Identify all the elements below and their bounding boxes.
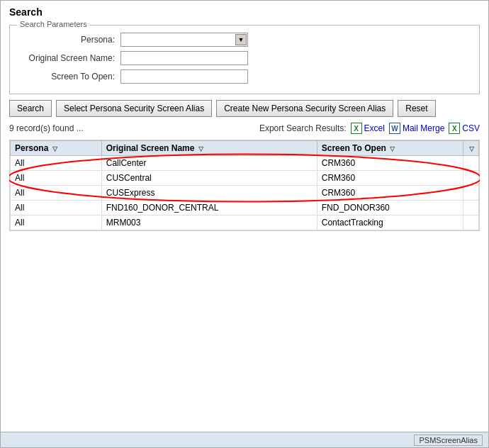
- status-label: PSMScreenAlias: [414, 435, 483, 446]
- table-row[interactable]: All CallCenter CRM360: [11, 156, 479, 171]
- record-count: 9 record(s) found ...: [9, 123, 84, 133]
- cell-screen-to-open: CRM360: [317, 156, 463, 171]
- original-screen-label: Original Screen Name:: [21, 53, 120, 63]
- cell-original-screen: CallCenter: [101, 156, 317, 171]
- export-mail-merge-link[interactable]: W Mail Merge: [389, 123, 444, 134]
- cell-extra: [463, 215, 479, 230]
- cell-extra: [463, 201, 479, 215]
- cell-original-screen: CUSExpress: [101, 186, 317, 201]
- toolbar: Search Select Persona Security Screen Al…: [9, 100, 480, 117]
- title-text: Search: [9, 6, 43, 18]
- cell-persona: All: [11, 201, 102, 215]
- status-bar: PSMScreenAlias: [1, 432, 488, 447]
- page-title: Search: [1, 1, 488, 21]
- create-alias-button[interactable]: Create New Persona Security Screen Alias: [216, 100, 393, 117]
- screen-to-open-input[interactable]: [120, 69, 248, 84]
- sort-icon-original-screen: ▽: [198, 145, 203, 152]
- col-extra: ▽: [463, 141, 479, 156]
- col-screen-to-open[interactable]: Screen To Open ▽: [317, 141, 463, 156]
- col-persona[interactable]: Persona ▽: [11, 141, 102, 156]
- csv-icon: X: [449, 123, 460, 134]
- cell-extra: [463, 156, 479, 171]
- cell-persona: All: [11, 186, 102, 201]
- results-table: Persona ▽ Original Screen Name ▽ Screen …: [10, 140, 479, 230]
- screen-to-open-label: Screen To Open:: [21, 72, 120, 82]
- cell-screen-to-open: ContactTracking: [317, 215, 463, 230]
- screen-to-open-row: Screen To Open:: [21, 69, 468, 84]
- persona-select-wrapper[interactable]: ▼: [120, 33, 248, 47]
- persona-row: Persona: ▼: [21, 33, 468, 47]
- search-params-group: Search Parameters Persona: ▼ Original Sc…: [9, 25, 480, 94]
- csv-label: CSV: [462, 123, 480, 133]
- main-window: Search Search Parameters Persona: ▼ Orig…: [0, 0, 489, 448]
- search-button[interactable]: Search: [9, 100, 52, 117]
- persona-select[interactable]: [120, 33, 248, 47]
- table-header-row: Persona ▽ Original Screen Name ▽ Screen …: [11, 141, 479, 156]
- search-params-legend: Search Parameters: [17, 21, 90, 28]
- select-alias-button[interactable]: Select Persona Security Screen Alias: [56, 100, 212, 117]
- cell-original-screen: MRM003: [101, 215, 317, 230]
- persona-label: Persona:: [21, 35, 120, 45]
- mail-merge-label: Mail Merge: [403, 123, 444, 133]
- excel-icon: X: [351, 123, 362, 134]
- cell-persona: All: [11, 156, 102, 171]
- table-row[interactable]: All MRM003 ContactTracking: [11, 215, 479, 230]
- sort-icon-screen-to-open: ▽: [390, 145, 395, 152]
- table-container[interactable]: Persona ▽ Original Screen Name ▽ Screen …: [9, 140, 480, 231]
- word-icon: W: [389, 123, 400, 134]
- cell-screen-to-open: CRM360: [317, 171, 463, 186]
- cell-persona: All: [11, 171, 102, 186]
- col-original-screen[interactable]: Original Screen Name ▽: [101, 141, 317, 156]
- cell-screen-to-open: FND_DONOR360: [317, 201, 463, 215]
- cell-original-screen: FND160_DONOR_CENTRAL: [101, 201, 317, 215]
- table-row[interactable]: All CUSCentral CRM360: [11, 171, 479, 186]
- export-csv-link[interactable]: X CSV: [449, 123, 480, 134]
- reset-button[interactable]: Reset: [398, 100, 435, 117]
- original-screen-row: Original Screen Name:: [21, 51, 468, 65]
- sort-icon-persona: ▽: [52, 145, 57, 152]
- export-label: Export Search Results:: [259, 123, 347, 133]
- cell-extra: [463, 186, 479, 201]
- cell-persona: All: [11, 215, 102, 230]
- results-header: 9 record(s) found ... Export Search Resu…: [9, 123, 480, 134]
- original-screen-input[interactable]: [120, 51, 248, 65]
- table-wrapper: Persona ▽ Original Screen Name ▽ Screen …: [9, 140, 480, 423]
- cell-screen-to-open: CRM360: [317, 186, 463, 201]
- table-row[interactable]: All FND160_DONOR_CENTRAL FND_DONOR360: [11, 201, 479, 215]
- content-area: Search Parameters Persona: ▼ Original Sc…: [1, 21, 488, 432]
- cell-original-screen: CUSCentral: [101, 171, 317, 186]
- sort-icon-extra: ▽: [469, 145, 474, 152]
- table-row[interactable]: All CUSExpress CRM360: [11, 186, 479, 201]
- export-area: Export Search Results: X Excel W Mail Me…: [259, 123, 480, 134]
- cell-extra: [463, 171, 479, 186]
- excel-label: Excel: [364, 123, 385, 133]
- export-excel-link[interactable]: X Excel: [351, 123, 385, 134]
